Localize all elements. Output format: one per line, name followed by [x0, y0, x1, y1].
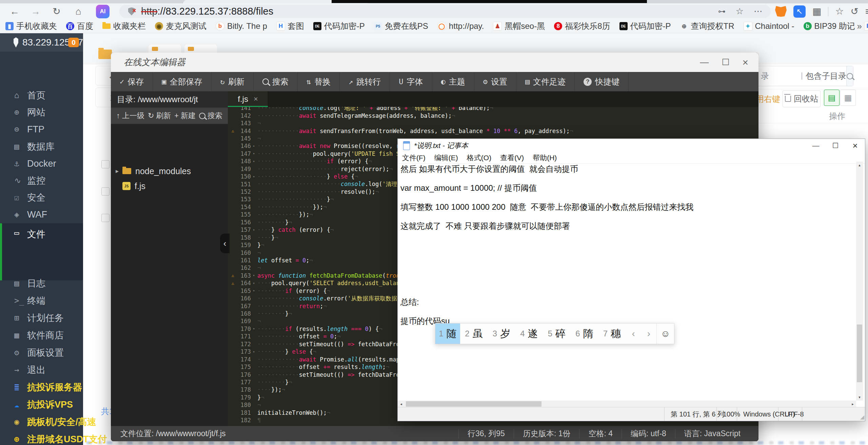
toolbar-button-快捷键[interactable]: ?快捷键	[575, 72, 629, 91]
line-number[interactable]: 162	[238, 264, 251, 271]
line-number[interactable]: 180	[238, 402, 251, 408]
close-icon[interactable]: ×	[845, 139, 865, 152]
include-subdir-checkbox[interactable]	[802, 72, 802, 80]
toolbar-button-设置[interactable]: ⚙设置	[474, 72, 516, 91]
line-number[interactable]: 150	[238, 173, 251, 180]
ime-candidate-虽[interactable]: 2虽	[460, 323, 488, 344]
sidebar-item-数据库[interactable]: ▤数据库	[0, 138, 83, 155]
bookmark-item[interactable]: 收藏夹栏	[102, 21, 146, 32]
scrollbar-thumb[interactable]	[857, 325, 862, 382]
toolbar-button-跳转行[interactable]: ↗跳转行	[340, 72, 390, 91]
sidebar-item-安全[interactable]: ☑安全	[0, 189, 83, 206]
sidebar-item-Docker[interactable]: ⚓Docker	[0, 155, 83, 172]
bookmark-item[interactable]: PS免费在线PS	[374, 21, 428, 32]
sidebar-item-网站[interactable]: ⊕网站	[0, 104, 83, 121]
fold-arrow-icon[interactable]: ▾	[251, 289, 257, 293]
cursor-extension-icon[interactable]: ↖	[793, 5, 806, 18]
minimize-icon[interactable]: —	[806, 139, 826, 152]
tree-item-f.js[interactable]: JSf.js	[111, 179, 228, 193]
toolbar-button-保存[interactable]: ✓保存	[111, 72, 153, 91]
line-number[interactable]: 145	[238, 135, 251, 142]
line-number[interactable]: 146	[238, 143, 251, 149]
home-icon[interactable]: ⌂	[70, 3, 87, 19]
sidebar-item-抗投诉服务器[interactable]: ≣抗投诉服务器	[0, 379, 83, 396]
toolbar-button-文件足迹[interactable]: ▤文件足迹	[516, 72, 575, 91]
ime-emoji-icon[interactable]: ☺	[656, 323, 674, 344]
toolbar-button-搜索[interactable]: 搜索	[254, 72, 298, 91]
path-tab[interactable]	[149, 44, 181, 53]
tree-item-node_modules[interactable]: ▸node_modules	[111, 164, 228, 179]
back-icon[interactable]: ←	[6, 3, 23, 19]
url-bar[interactable]: http://83.229.125.37:8888/files ⊶ ☆ ⋯	[119, 5, 771, 18]
search-input-text[interactable]: 录	[761, 71, 769, 81]
scroll-left-icon[interactable]: ◂	[398, 401, 405, 407]
bookmark-item[interactable]: ♟黑帽seo-黑	[493, 21, 545, 32]
bookmark-item[interactable]: ▮手机收藏夹	[5, 21, 57, 32]
fold-arrow-icon[interactable]: ▾	[251, 174, 257, 179]
file-toolbar-刷新[interactable]: ↻刷新	[148, 111, 171, 121]
line-number[interactable]: 176	[238, 371, 251, 378]
bookmark-item[interactable]: 百百度	[66, 21, 93, 32]
ime-candidate-碎[interactable]: 5碎	[543, 323, 571, 344]
scroll-down-icon[interactable]: ▾	[856, 394, 863, 401]
line-number[interactable]: 158	[238, 234, 251, 241]
toolbar-button-全部保存[interactable]: ▣全部保存	[153, 72, 211, 91]
notepad-text-area[interactable]: 然后 如果有代币大于你设置的阈值 就会自动提币 var max_amount =…	[398, 164, 856, 401]
bookmark-item[interactable]: ⊕查询授权TR	[680, 21, 734, 32]
vertical-scrollbar[interactable]: ▴ ▾	[856, 162, 863, 401]
reload-icon[interactable]: ↻	[48, 3, 65, 19]
message-badge[interactable]: 0	[68, 38, 79, 47]
scrollbar-thumb[interactable]	[406, 401, 541, 407]
maximize-icon[interactable]: ☐	[826, 139, 845, 152]
ime-candidate-遂[interactable]: 4遂	[515, 323, 543, 344]
menu-icon[interactable]: ≡	[865, 6, 868, 17]
toolbar-button-刷新[interactable]: ↻刷新	[212, 72, 254, 91]
line-number[interactable]: 147	[238, 150, 251, 157]
line-number[interactable]: 154	[238, 204, 251, 210]
line-number[interactable]: 179	[238, 394, 251, 401]
row-checkbox[interactable]	[101, 214, 110, 222]
line-number[interactable]: 170	[238, 326, 251, 332]
bookmark-item[interactable]: 8福彩快乐8历	[554, 21, 610, 32]
file-toolbar-搜索[interactable]: 搜索	[199, 111, 222, 121]
line-number[interactable]: 148	[238, 158, 251, 165]
bookmark-item[interactable]: ◯http://pay.	[437, 21, 484, 31]
editor-titlebar[interactable]: 在线文本编辑器 — ☐ ×	[111, 53, 758, 72]
bookmark-item[interactable]: ✦Chaintool -	[744, 21, 794, 31]
line-number[interactable]: 173	[238, 348, 251, 355]
grid-view-toggle[interactable]: ▦	[840, 90, 856, 106]
sidebar-item-监控[interactable]: ∿监控	[0, 172, 83, 189]
bookmarks-overflow-chevron[interactable]: »	[857, 19, 862, 33]
fold-arrow-icon[interactable]: ▾	[251, 281, 257, 285]
ime-prev-page-icon[interactable]: ‹	[626, 323, 641, 344]
line-number[interactable]: 151	[238, 181, 251, 188]
sidebar-item-首页[interactable]: ⌂首页	[0, 87, 83, 104]
line-number[interactable]: 167	[238, 303, 251, 310]
bookmark-item[interactable]: B登链社区 -	[864, 21, 868, 32]
sidebar-item-日志[interactable]: ▤日志	[0, 275, 83, 292]
search-button[interactable]	[846, 66, 853, 86]
fold-arrow-icon[interactable]: ▾	[251, 159, 257, 164]
forward-icon[interactable]: →	[27, 3, 44, 19]
tab-fjs[interactable]: f.js ×	[228, 91, 268, 107]
line-number[interactable]: 156	[238, 219, 251, 226]
line-number[interactable]: 182	[238, 417, 251, 424]
menu-编辑(E)[interactable]: 编辑(E)	[430, 153, 462, 163]
ime-candidate-岁[interactable]: 3岁	[488, 323, 515, 344]
line-number[interactable]: 181	[238, 409, 251, 416]
ime-candidate-随[interactable]: 1随	[435, 323, 460, 344]
sidebar-item-跳板机/安全/高速[interactable]: ◉跳板机/安全/高速	[0, 413, 83, 430]
line-number[interactable]: 155	[238, 211, 251, 218]
line-number[interactable]: 149	[238, 166, 251, 172]
toolbar-button-字体[interactable]: U字体	[390, 72, 432, 91]
bookmark-item[interactable]: bBIP39 助记	[804, 21, 855, 32]
line-number[interactable]: 169	[238, 318, 251, 325]
extensions-grid-icon[interactable]: ▦	[812, 6, 821, 17]
line-number[interactable]: 168	[238, 310, 251, 317]
menu-格式(O)[interactable]: 格式(O)	[462, 153, 496, 163]
sidebar-item-FTP[interactable]: ⊜FTP	[0, 121, 83, 138]
menu-帮助(H)[interactable]: 帮助(H)	[528, 153, 561, 163]
scroll-right-icon[interactable]: ▸	[849, 401, 856, 407]
file-toolbar-上一级[interactable]: ↑上一级	[116, 111, 144, 121]
line-number[interactable]: 172	[238, 341, 251, 348]
